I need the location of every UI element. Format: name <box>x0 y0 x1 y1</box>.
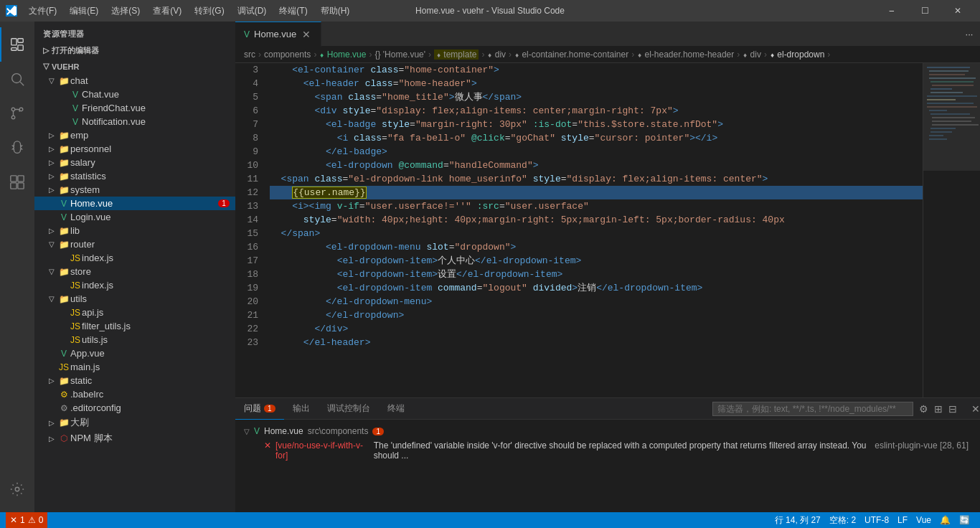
breadcrumb-home-vue[interactable]: ⬧ Home.vue <box>319 50 366 60</box>
breadcrumb-div2[interactable]: ⬧ div <box>743 50 761 60</box>
tree-item-lib[interactable]: ▷ 📁 lib <box>34 224 235 237</box>
close-button[interactable]: ✕ <box>941 0 974 22</box>
panel-tab-terminal-label: 终端 <box>387 402 405 415</box>
tree-item-daquao[interactable]: ▷ 📁 大刷 <box>34 415 235 430</box>
menu-help[interactable]: 帮助(H) <box>315 4 356 19</box>
maximize-button[interactable]: ☐ <box>908 0 941 22</box>
activity-explorer[interactable] <box>0 27 34 62</box>
tree-item-store-index[interactable]: JS index.js <box>34 278 235 292</box>
tree-item-app-vue[interactable]: V App.vue <box>34 346 235 360</box>
svg-rect-2 <box>18 45 23 50</box>
status-sync[interactable]: 🔄 <box>955 512 974 528</box>
breadcrumb-container[interactable]: ⬧ el-container.home-container <box>514 50 628 60</box>
panel-tab-debug[interactable]: 调试控制台 <box>319 398 379 420</box>
tree-item-notification-vue[interactable]: V Notification.vue <box>34 115 235 128</box>
menu-select[interactable]: 选择(S) <box>105 4 146 19</box>
panel-close-button[interactable]: ✕ <box>971 403 980 415</box>
tree-item-login-vue[interactable]: V Login.vue <box>34 210 235 224</box>
tree-item-friendchat-vue[interactable]: V FriendChat.vue <box>34 101 235 115</box>
menu-terminal[interactable]: 终端(T) <box>273 4 313 19</box>
tree-item-salary[interactable]: ▷ 📁 salary <box>34 156 235 169</box>
breadcrumb: src › components › ⬧ Home.vue › {} 'Home… <box>235 47 980 63</box>
tree-item-home-vue[interactable]: V Home.vue 1 <box>34 197 235 210</box>
tree-item-router[interactable]: ▽ 📁 router <box>34 237 235 251</box>
tab-vue-icon: V <box>244 29 250 39</box>
tree-item-router-index[interactable]: JS index.js <box>34 251 235 265</box>
activity-extensions[interactable] <box>0 165 34 199</box>
code-line-9: </el-badge> <box>270 145 923 159</box>
status-encoding[interactable]: UTF-8 <box>860 512 893 528</box>
tree-item-api-js[interactable]: JS api.js <box>34 306 235 319</box>
tabs-more-button[interactable]: ··· <box>958 22 980 47</box>
open-editors-arrow: ▷ <box>43 46 49 55</box>
code-editor-container: 3 4 5 6 7 8 9 10 11 12 13 14 15 16 17 18… <box>235 63 980 397</box>
error-item-detail: The 'undefined' variable inside 'v-for' … <box>374 440 871 461</box>
tree-item-statistics[interactable]: ▷ 📁 statistics <box>34 169 235 183</box>
menu-file[interactable]: 文件(F) <box>23 4 62 19</box>
open-editors-label: 打开的编辑器 <box>52 45 99 56</box>
svg-rect-23 <box>927 99 956 100</box>
tree-item-static[interactable]: ▷ 📁 static <box>34 374 235 387</box>
tree-item-personnel[interactable]: ▷ 📁 personnel <box>34 142 235 156</box>
expand-icon[interactable]: ⊞ <box>934 403 943 415</box>
activity-settings[interactable] <box>0 472 34 506</box>
panel-tab-problems[interactable]: 问题 1 <box>235 398 284 420</box>
svg-rect-12 <box>18 183 24 189</box>
svg-rect-16 <box>929 74 965 75</box>
menu-edit[interactable]: 编辑(E) <box>64 4 104 19</box>
panel-content: ▽ V Home.vue src\components 1 ✕ [vue/no-… <box>235 420 980 512</box>
tree-item-filter-utils[interactable]: JS filter_utils.js <box>34 319 235 333</box>
tree-item-chat-vue[interactable]: V Chat.vue <box>34 88 235 101</box>
panel-filter-input[interactable] <box>712 402 913 416</box>
status-errors[interactable]: ✕ 1 ⚠ 0 <box>6 512 47 528</box>
tree-item-utils-js[interactable]: JS utils.js <box>34 333 235 346</box>
breadcrumb-components[interactable]: components <box>264 50 311 60</box>
menu-view[interactable]: 查看(V) <box>147 4 187 19</box>
svg-rect-28 <box>932 117 975 118</box>
panel-tab-output[interactable]: 输出 <box>284 398 319 420</box>
open-editors-header[interactable]: ▷ 打开的编辑器 <box>34 42 235 59</box>
breadcrumb-template[interactable]: ⬧ template <box>434 50 479 60</box>
tree-item-utils[interactable]: ▽ 📁 utils <box>34 292 235 306</box>
window-title: Home.vue - vuehr - Visual Studio Code <box>415 6 565 16</box>
tab-close-button[interactable]: ✕ <box>301 29 312 40</box>
panel-tabs: 问题 1 输出 调试控制台 终端 ⚙ ⊞ ⊟ ✕ <box>235 398 980 420</box>
tree-item-editorconfig[interactable]: ⚙ .editorconfig <box>34 401 235 415</box>
tree-item-main-js[interactable]: JS main.js <box>34 360 235 374</box>
error-item[interactable]: ✕ [vue/no-use-v-if-with-v-for] The 'unde… <box>241 438 974 463</box>
code-line-14: style="width: 40px;height: 40px;margin-r… <box>270 213 923 227</box>
code-line-12: {{user.name}} <box>270 186 923 199</box>
activity-git[interactable] <box>0 96 34 131</box>
sidebar-header: 资源管理器 <box>34 22 235 42</box>
activity-debug[interactable] <box>0 131 34 165</box>
code-line-8: <i class="fa fa-bell-o" @click="goChat" … <box>270 131 923 145</box>
code-content[interactable]: <el-container class="home-container"> <e… <box>264 63 923 397</box>
status-line-ending[interactable]: LF <box>893 512 912 528</box>
breadcrumb-homevue-obj[interactable]: {} 'Home.vue' <box>374 50 425 60</box>
tree-item-chat[interactable]: ▽ 📁 chat <box>34 74 235 88</box>
panel-tab-terminal[interactable]: 终端 <box>379 398 413 420</box>
breadcrumb-src[interactable]: src <box>244 50 255 60</box>
filter-icon[interactable]: ⚙ <box>919 403 928 415</box>
status-position[interactable]: 行 14, 列 27 <box>771 512 825 528</box>
tree-item-store[interactable]: ▽ 📁 store <box>34 265 235 278</box>
collapse-icon[interactable]: ⊟ <box>948 403 957 415</box>
tree-item-npm[interactable]: ▷ ⬡ NPM 脚本 <box>34 430 235 446</box>
breadcrumb-header[interactable]: ⬧ el-header.home-header <box>637 50 734 60</box>
menu-debug[interactable]: 调试(D) <box>232 4 273 19</box>
status-bell[interactable]: 🔔 <box>936 512 955 528</box>
minimize-button[interactable]: ‒ <box>875 0 908 22</box>
tree-item-babelrc[interactable]: ⚙ .babelrc <box>34 387 235 401</box>
activity-search[interactable] <box>0 62 34 96</box>
breadcrumb-dropdown[interactable]: ⬧ el-dropdown <box>770 50 824 60</box>
tab-home-vue[interactable]: V Home.vue ✕ <box>235 22 321 47</box>
tree-item-emp[interactable]: ▷ 📁 emp <box>34 128 235 142</box>
status-spaces[interactable]: 空格: 2 <box>825 512 860 528</box>
breadcrumb-div[interactable]: ⬧ div <box>487 50 506 60</box>
error-section-header[interactable]: ▽ V Home.vue src\components 1 <box>241 424 974 438</box>
code-line-15: </span> <box>270 227 923 240</box>
tree-item-system[interactable]: ▷ 📁 system <box>34 183 235 197</box>
project-header[interactable]: ▽ VUEHR <box>34 59 235 74</box>
status-language[interactable]: Vue <box>912 512 936 528</box>
menu-goto[interactable]: 转到(G) <box>189 4 230 19</box>
